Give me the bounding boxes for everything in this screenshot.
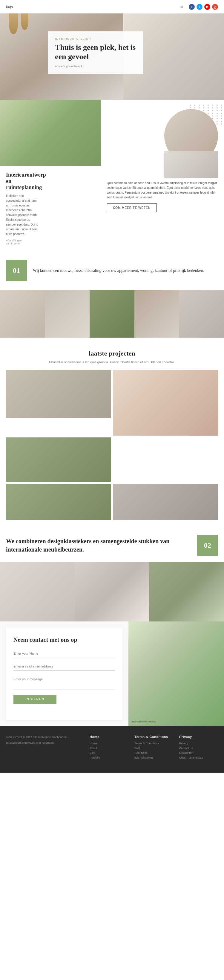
youtube-icon[interactable]: ▶	[204, 4, 210, 10]
dot-decoration	[208, 105, 209, 106]
design-classics-text: We combineren designklassiekers en samen…	[6, 537, 191, 554]
submit-button[interactable]: INDIENEN	[13, 695, 56, 704]
highlight-text-1: Wij kunnen een nieuwe, frisse uitstralin…	[33, 267, 204, 274]
dot-decoration	[221, 123, 222, 124]
photo-grid-item-1	[0, 290, 45, 337]
interior-design-section: Interieurontwerp en ruimteplanning In di…	[0, 100, 224, 251]
dot-decoration	[212, 107, 213, 108]
footer-link-about[interactable]: About	[90, 746, 129, 749]
dot-decoration	[216, 118, 218, 119]
dot-decoration	[216, 123, 218, 124]
photo-grid-item-2	[45, 290, 90, 337]
dot-decoration	[203, 107, 204, 108]
footer-link-jobs[interactable]: Job Aplications	[134, 756, 173, 759]
hero-section: INTERIEUR ATELIER Thuis is geen plek, he…	[0, 13, 224, 100]
contact-img-credit: Afbeelding van Freepik	[132, 721, 156, 723]
project-item-4	[6, 484, 111, 520]
footer-link-helpdesk[interactable]: Help Desk	[134, 751, 173, 754]
footer-col3-heading: Terms & Conditions	[134, 735, 173, 738]
dot-decoration	[212, 115, 213, 116]
kom-meer-button[interactable]: KOM MEER TE WETEN	[107, 204, 157, 212]
dot-decoration	[216, 107, 218, 108]
dot-decoration	[199, 107, 200, 108]
dot-decoration	[190, 107, 191, 108]
dot-decoration	[190, 105, 191, 106]
footer-link-terms[interactable]: Terms & Conditions	[134, 741, 173, 745]
design-classics-heading: We combineren designklassiekers en samen…	[6, 537, 191, 554]
number-2: 02	[204, 541, 211, 549]
projects-heading: laatste projecten	[6, 350, 218, 357]
projects-section: laatste projecten Phasellus scelerisque …	[0, 337, 224, 526]
interior-heading: Interieurontwerp en ruimteplanning	[6, 172, 40, 191]
footer-link-privacy[interactable]: Privacy	[179, 741, 218, 745]
photo-grid-item-5	[179, 290, 224, 337]
dot-decoration	[221, 113, 222, 114]
number-box-1: 01	[6, 260, 27, 281]
projects-grid	[6, 370, 218, 482]
photo-row-section	[0, 562, 224, 622]
photo-grid-item-3	[90, 290, 134, 337]
message-input[interactable]	[13, 675, 115, 690]
footer-link-contact[interactable]: Contact us	[179, 746, 218, 749]
dot-decoration	[221, 110, 222, 111]
dot-decoration	[208, 113, 209, 114]
number-1: 01	[13, 267, 20, 275]
design-classics-section: We combineren designklassiekers en samen…	[0, 526, 224, 562]
nav-right: ≡ f t ▶ g	[180, 3, 218, 10]
number-box-2: 02	[197, 535, 218, 556]
footer-link-home[interactable]: Home	[90, 741, 129, 745]
dot-decoration	[216, 113, 218, 114]
contact-heading: Neem contact met ons op	[13, 636, 115, 643]
dot-decoration	[208, 110, 209, 111]
footer-link-newsletter[interactable]: Newsletter	[179, 751, 218, 754]
projects-subtext: Phasellus scelerisque is leo quis gravid…	[6, 360, 218, 364]
dot-decoration	[212, 110, 213, 111]
footer-nicepage: Dit sjabloon is gemaakt met Nicepage.	[6, 741, 84, 745]
dot-decoration	[203, 110, 204, 111]
photo-row-item-3	[149, 562, 224, 622]
dot-decoration	[221, 107, 222, 108]
footer-link-testimonials[interactable]: Client Testimonials	[179, 756, 218, 759]
dot-decoration	[221, 105, 222, 106]
footer-col-2: Home Home About Blog Portfolio	[90, 735, 129, 761]
project-item-3	[6, 438, 111, 482]
dot-decoration	[216, 110, 218, 111]
footer-link-portfolio[interactable]: Portfolio	[90, 756, 129, 759]
dot-decoration	[221, 118, 222, 119]
footer-link-blog[interactable]: Blog	[90, 751, 129, 754]
photo-grid-section	[0, 290, 224, 337]
hero-title: Thuis is geen plek, het is een gevoel	[55, 43, 136, 61]
photo-grid-item-4	[134, 290, 179, 337]
contact-image: Afbeelding van Freepik	[129, 622, 224, 726]
name-input[interactable]	[13, 649, 115, 658]
facebook-icon[interactable]: f	[189, 4, 195, 10]
sec2-left: Interieurontwerp en ruimteplanning In di…	[0, 100, 101, 251]
hamburger-icon[interactable]: ≡	[180, 3, 183, 10]
hero-credit: Afbeelding van Freepik	[55, 65, 136, 68]
email-input[interactable]	[13, 662, 115, 671]
footer-col-3: Terms & Conditions Terms & Conditions FA…	[134, 735, 173, 761]
footer-link-faq[interactable]: FAQ	[134, 746, 173, 749]
interior-body: In dictum non consectetur a erat nam at.…	[6, 194, 40, 237]
dot-decoration	[199, 105, 200, 106]
project-item-2	[113, 370, 218, 436]
googleplus-icon[interactable]: g	[212, 4, 218, 10]
twitter-icon[interactable]: t	[197, 4, 202, 10]
dot-decoration	[221, 121, 222, 122]
footer-col2-heading: Home	[90, 735, 129, 738]
photo-row-item-2	[75, 562, 149, 622]
dot-decoration	[216, 121, 218, 122]
sec2-credit: Afbeeldingen van Freepik	[6, 239, 21, 245]
highlight-section-1: 01 Wij kunnen een nieuwe, frisse uitstra…	[0, 251, 224, 290]
hero-content-box: INTERIEUR ATELIER Thuis is geen plek, he…	[48, 31, 143, 74]
dot-decoration	[216, 105, 218, 106]
contact-section: Neem contact met ons op INDIENEN Afbeeld…	[0, 622, 224, 726]
dot-decoration	[212, 105, 213, 106]
sec2-right: Quis commodo odio aenean sed. Risus vive…	[101, 100, 224, 251]
sec2-right-text: Quis commodo odio aenean sed. Risus vive…	[107, 181, 218, 200]
dot-decoration	[203, 105, 204, 106]
footer-col-1: Auteursrecht © 2018 Alle rechten voorbeh…	[6, 735, 84, 761]
social-links: f t ▶ g	[189, 4, 218, 10]
dot-decoration	[208, 107, 209, 108]
footer-copyright: Auteursrecht © 2018 Alle rechten voorbeh…	[6, 735, 84, 739]
